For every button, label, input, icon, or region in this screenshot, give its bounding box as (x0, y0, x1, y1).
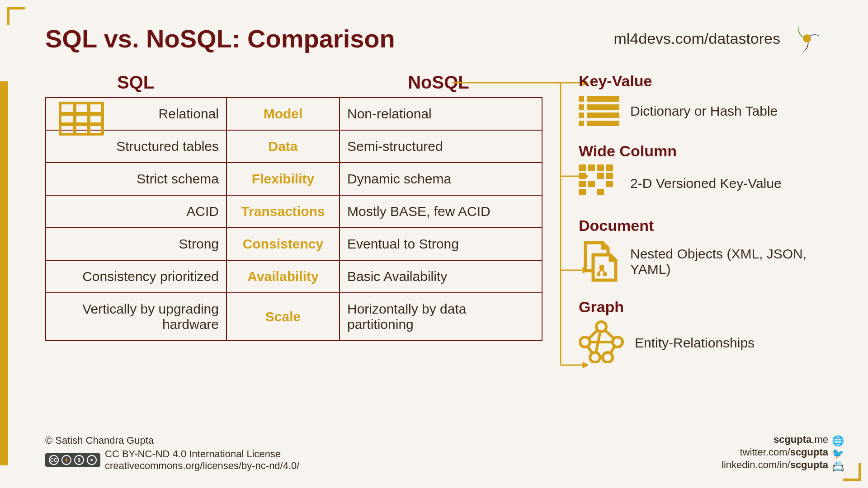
corner-top-left (7, 7, 25, 25)
corner-bottom-right (843, 463, 861, 481)
globe-icon: 🌐 (832, 435, 841, 444)
svg-point-51 (590, 352, 600, 362)
page-title: SQL vs. NoSQL: Comparison (45, 24, 395, 53)
svg-point-50 (613, 337, 623, 347)
svg-point-49 (580, 337, 590, 347)
cell-sql: Vertically by upgrading hardware (46, 293, 227, 340)
cell-sql: ACID (46, 196, 227, 227)
nosql-types: Key-ValueDictionary or Hash TableWide Co… (579, 72, 832, 380)
header: SQL vs. NoSQL: Comparison ml4devs.com/da… (45, 23, 823, 54)
svg-rect-37 (597, 272, 600, 276)
license-url: creativecommons.org/licenses/by-nc-nd/4.… (105, 460, 299, 472)
svg-rect-23 (587, 121, 619, 126)
cell-key: Transactions (227, 196, 340, 227)
twitter-icon: 🐦 (832, 448, 841, 457)
document-icon (579, 239, 619, 284)
svg-rect-33 (606, 181, 613, 187)
svg-rect-31 (579, 181, 586, 187)
cell-sql: Consistency prioritized (46, 261, 227, 292)
type-title: Wide Column (579, 142, 832, 160)
svg-rect-19 (587, 104, 619, 110)
graph-icon (579, 320, 624, 365)
type-block: GraphEntity-Relationships (579, 298, 832, 365)
type-block: Wide Column2-D Versioned Key-Value (579, 142, 832, 202)
svg-rect-16 (579, 96, 584, 102)
svg-rect-34 (579, 189, 586, 195)
footer-right: scgupta.me🌐 twitter.com/scgupta🐦 linkedi… (722, 433, 841, 472)
cc-badge-icon: CC🧍$= (45, 453, 100, 467)
type-block: DocumentNested Objects (XML, JSON, YAML) (579, 217, 832, 284)
type-title: Graph (579, 298, 832, 316)
svg-rect-28 (579, 173, 586, 179)
svg-rect-17 (587, 96, 619, 102)
edge-left-bar (0, 81, 8, 465)
copyright: © Satish Chandra Gupta (45, 435, 299, 446)
key-value-icon (579, 94, 619, 128)
header-right: ml4devs.com/datastores (614, 23, 823, 54)
cell-key: Flexibility (227, 163, 340, 195)
type-desc: Dictionary or Hash Table (630, 103, 778, 119)
cell-key: Model (227, 98, 340, 130)
svg-point-48 (596, 322, 606, 332)
col-sql-header: SQL (45, 72, 226, 93)
svg-rect-30 (606, 173, 613, 179)
footer-left: © Satish Chandra Gupta CC🧍$= CC BY-NC-ND… (45, 435, 299, 472)
cell-key: Availability (227, 261, 340, 292)
svg-rect-35 (597, 189, 604, 195)
type-title: Key-Value (579, 72, 832, 90)
svg-rect-25 (588, 164, 595, 171)
svg-rect-18 (579, 104, 584, 110)
cell-key: Scale (227, 293, 340, 340)
svg-rect-20 (579, 113, 584, 118)
svg-rect-21 (587, 113, 619, 118)
brand-logo-icon (791, 23, 823, 54)
svg-rect-36 (599, 265, 604, 270)
svg-rect-26 (597, 164, 604, 171)
svg-rect-32 (588, 181, 595, 187)
header-link: ml4devs.com/datastores (614, 30, 781, 47)
svg-rect-27 (606, 164, 613, 171)
cell-key: Data (227, 131, 340, 162)
license-row: CC🧍$= CC BY-NC-ND 4.0 International Lice… (45, 448, 299, 472)
svg-rect-29 (597, 173, 604, 179)
wide-column-icon (579, 164, 619, 202)
svg-point-52 (603, 352, 613, 362)
svg-point-0 (803, 34, 811, 42)
type-desc: Nested Objects (XML, JSON, YAML) (630, 246, 832, 277)
svg-rect-1 (60, 103, 103, 135)
cell-key: Consistency (227, 228, 340, 260)
svg-rect-24 (579, 164, 586, 171)
cell-sql: Strict schema (46, 163, 227, 195)
linkedin-icon: 📇 (832, 460, 841, 469)
svg-rect-38 (603, 272, 607, 276)
table-grid-icon (59, 102, 104, 137)
type-desc: 2-D Versioned Key-Value (630, 176, 782, 191)
cell-sql: Strong (46, 228, 227, 260)
connector-lines (452, 80, 588, 388)
svg-rect-22 (579, 121, 584, 126)
type-block: Key-ValueDictionary or Hash Table (579, 72, 832, 128)
type-desc: Entity-Relationships (635, 335, 755, 351)
type-title: Document (579, 217, 832, 235)
license-name: CC BY-NC-ND 4.0 International License (105, 448, 299, 460)
